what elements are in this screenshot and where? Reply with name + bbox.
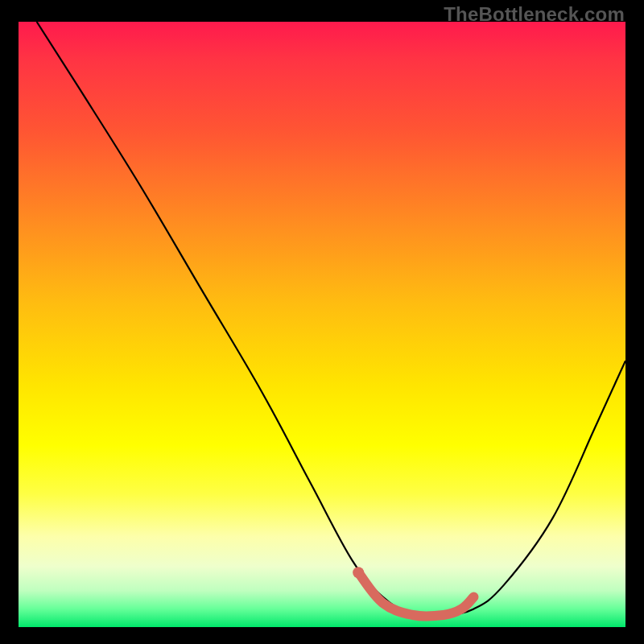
bottleneck-curve: [37, 22, 625, 617]
curve-svg: [19, 22, 625, 627]
optimal-zone-highlight: [358, 572, 473, 616]
chart-container: TheBottleneck.com: [0, 0, 644, 644]
plot-area: [19, 22, 625, 627]
highlight-start-dot: [353, 567, 364, 578]
